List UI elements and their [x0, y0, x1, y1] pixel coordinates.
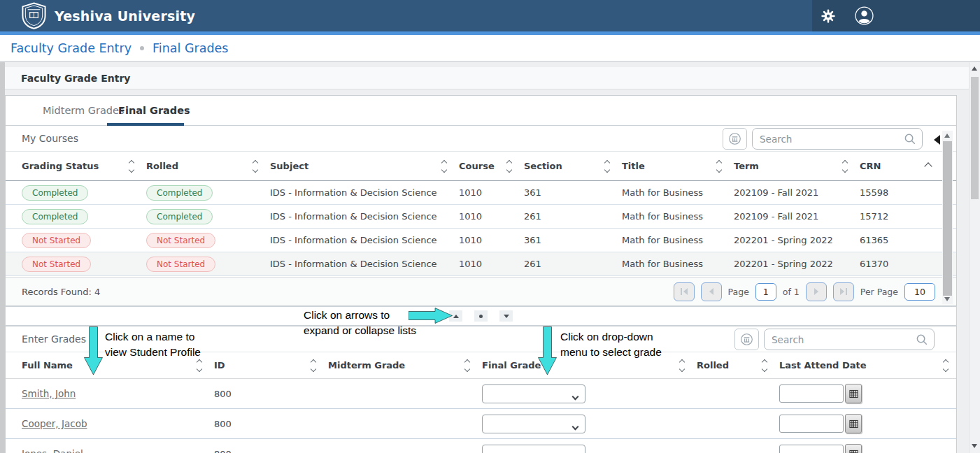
sort-icon[interactable]	[841, 159, 848, 173]
rolled-badge: Completed	[146, 209, 213, 224]
search-icon[interactable]	[904, 133, 916, 145]
collapse-panel-arrow-icon[interactable]	[934, 135, 940, 145]
first-page-button[interactable]	[674, 282, 695, 301]
student-row-0: Smith, John 800	[6, 379, 956, 409]
student-name-link[interactable]: Smith, John	[22, 388, 76, 399]
last-page-button[interactable]	[833, 282, 854, 301]
col-last-attend-date[interactable]: Last Attend Date	[779, 359, 956, 373]
resize-handle-button[interactable]	[474, 310, 488, 322]
col-subject[interactable]: Subject	[270, 159, 459, 173]
last-attend-date-input[interactable]	[779, 384, 844, 403]
courses-scrollbar[interactable]	[942, 131, 953, 304]
sort-icon[interactable]	[441, 159, 448, 173]
sort-icon[interactable]	[252, 159, 259, 173]
previous-page-button[interactable]	[701, 282, 722, 301]
sort-icon[interactable]	[679, 359, 686, 373]
sort-icon[interactable]	[506, 159, 513, 173]
navbar-actions	[812, 0, 980, 31]
sort-ascending-icon[interactable]	[924, 162, 932, 170]
subject-cell: IDS - Information & Decision Science	[270, 235, 459, 245]
sort-icon[interactable]	[604, 159, 611, 173]
course-cell: 1010	[459, 211, 524, 222]
sort-icon[interactable]	[761, 359, 768, 373]
scrollbar-thumb[interactable]	[943, 141, 952, 296]
calendar-icon	[849, 419, 858, 429]
col-term[interactable]: Term	[734, 159, 860, 173]
col-midterm-grade[interactable]: Midterm Grade	[328, 359, 482, 373]
last-attend-date-input[interactable]	[779, 415, 844, 433]
scroll-up-icon[interactable]	[944, 134, 950, 138]
calendar-button[interactable]	[845, 384, 862, 403]
scrollbar-thumb[interactable]	[971, 77, 979, 199]
sort-icon[interactable]	[464, 359, 471, 373]
column-chooser-button[interactable]	[723, 128, 747, 150]
col-rolled[interactable]: Rolled	[697, 359, 779, 373]
column-chooser-button[interactable]	[734, 329, 759, 350]
annotation-down-arrow-dropdown	[537, 326, 558, 375]
next-page-icon	[814, 288, 818, 295]
section-cell: 261	[524, 211, 622, 222]
next-page-button[interactable]	[806, 282, 827, 301]
title-cell: Math for Business	[622, 235, 734, 245]
last-attend-date-input[interactable]	[779, 445, 844, 453]
calendar-icon	[849, 450, 858, 453]
student-name-link[interactable]: Jones, Daniel	[22, 448, 83, 453]
tab-final-grades[interactable]: Final Grades	[118, 96, 190, 126]
enter-grades-title: Enter Grades	[22, 333, 86, 345]
section-cell: 361	[524, 235, 622, 245]
user-avatar-icon	[855, 6, 874, 25]
course-cell: 1010	[459, 259, 524, 269]
settings-button[interactable]	[821, 8, 836, 24]
sort-icon[interactable]	[716, 159, 723, 173]
col-id[interactable]: ID	[214, 359, 328, 373]
page-of-label: of 1	[783, 287, 800, 297]
search-icon[interactable]	[916, 333, 928, 345]
user-menu-button[interactable]	[855, 6, 874, 25]
calendar-button[interactable]	[845, 414, 862, 433]
scroll-down-icon[interactable]	[944, 297, 950, 301]
university-brand[interactable]: Yeshiva University	[0, 2, 195, 29]
student-id-cell: 800	[214, 419, 328, 429]
sort-icon[interactable]	[310, 359, 317, 373]
scroll-down-icon[interactable]	[972, 444, 977, 448]
brand-name: Yeshiva University	[55, 8, 195, 24]
collapse-list-button[interactable]	[499, 310, 513, 322]
page-number-input[interactable]	[755, 283, 776, 301]
annotation-dropdown-grade: Click on drop-down menu to select grade	[560, 329, 662, 359]
tab-midterm-grades[interactable]: Midterm Grades	[43, 96, 125, 126]
scroll-up-icon[interactable]	[972, 66, 977, 71]
breadcrumb-root-link[interactable]: Faculty Grade Entry	[10, 41, 132, 55]
course-row-0[interactable]: Completed Completed IDS - Information & …	[6, 181, 956, 205]
sort-icon[interactable]	[128, 159, 135, 173]
page-scrollbar[interactable]	[969, 62, 980, 453]
course-cell: 1010	[459, 235, 524, 245]
per-page-input[interactable]	[904, 283, 935, 301]
course-row-3[interactable]: Not Started Not Started IDS - Informatio…	[6, 252, 956, 276]
previous-page-icon	[709, 288, 713, 295]
sort-icon[interactable]	[196, 359, 203, 373]
col-final-grade[interactable]: Final Grade	[482, 359, 697, 373]
course-row-1[interactable]: Completed Completed IDS - Information & …	[6, 205, 956, 229]
course-row-2[interactable]: Not Started Not Started IDS - Informatio…	[6, 229, 956, 252]
my-courses-title: My Courses	[22, 133, 78, 144]
grading-status-badge: Completed	[22, 209, 88, 224]
final-grade-select[interactable]	[482, 384, 585, 403]
calendar-button[interactable]	[845, 444, 862, 453]
enter-grades-search-input[interactable]	[772, 334, 916, 345]
my-courses-search-input[interactable]	[760, 134, 904, 145]
col-rolled[interactable]: Rolled	[146, 159, 270, 173]
col-grading-status[interactable]: Grading Status	[22, 159, 146, 173]
per-page-label: Per Page	[860, 287, 898, 297]
my-courses-tools	[723, 128, 923, 150]
final-grade-select[interactable]	[482, 445, 585, 453]
sort-icon[interactable]	[942, 359, 949, 373]
col-title[interactable]: Title	[622, 159, 734, 173]
rolled-badge: Completed	[146, 185, 213, 201]
term-cell: 202201 - Spring 2022	[734, 235, 860, 245]
col-full-name[interactable]: Full Name	[22, 359, 214, 373]
final-grade-select[interactable]	[482, 415, 585, 433]
col-course[interactable]: Course	[459, 159, 524, 173]
student-name-link[interactable]: Cooper, Jacob	[22, 418, 87, 429]
title-cell: Math for Business	[622, 211, 734, 222]
col-section[interactable]: Section	[524, 159, 622, 173]
